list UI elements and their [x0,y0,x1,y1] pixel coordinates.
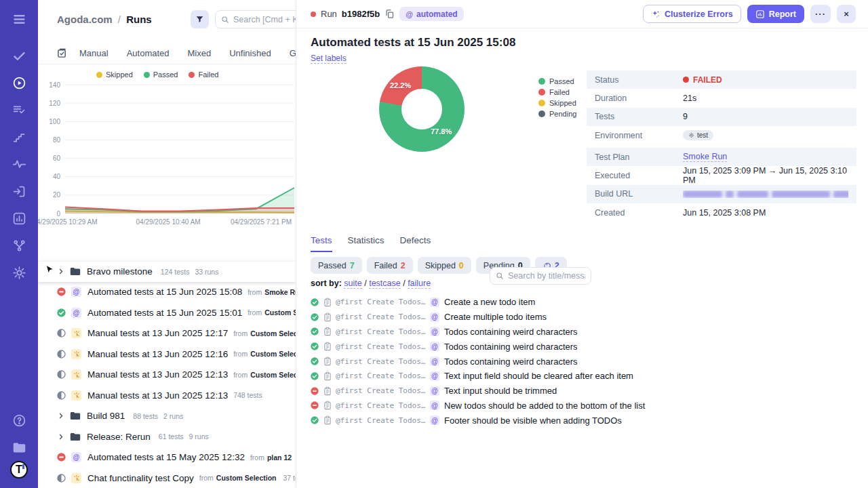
in-progress-icon [57,474,66,483]
svg-text:120: 120 [49,100,60,107]
sidebar-item-analytics[interactable] [0,205,38,232]
test-row[interactable]: @first Create Todos… @ Text input should… [311,384,853,399]
detail-row: Status FAILED [587,70,856,89]
gear-icon [12,266,26,280]
gear-icon [688,132,694,138]
tab-tests[interactable]: Tests [311,235,332,252]
run-folder-row[interactable]: Release: Rerun 61 tests9 runs [38,426,296,447]
run-actions: Clusterize Errors Report ··· × [643,5,856,23]
failed-icon [311,387,319,395]
run-row[interactable]: @ Automated tests at 15 May 2025 12:32fr… [38,447,296,468]
run-label: Run [321,9,337,19]
stairs-icon [12,130,26,144]
runs-list: Bravo milestone 124 tests33 runs @ Autom… [38,261,296,488]
sidebar-item-projects[interactable] [0,434,38,461]
manual-touch-icon [73,392,80,399]
bar-chart-icon [755,9,765,19]
run-row[interactable]: Manual tests at 13 Jun 2025 12:13fromCus… [38,365,296,386]
run-folder-row[interactable]: Bravo milestone 124 tests33 runs [38,261,296,282]
test-row[interactable]: @first Create Todos… @ Todos containing … [311,339,853,354]
sidebar-item-runs[interactable] [0,69,38,96]
activity-icon [12,157,26,171]
test-row[interactable]: @first Create Todos… @ Todos containing … [311,325,853,340]
sidebar-item-pulse[interactable] [0,150,38,178]
sidebar-item-steps[interactable] [0,123,38,150]
legend-item-passed: Passed [144,70,178,79]
filter-failed[interactable]: Failed2 [367,257,413,274]
sort-suite[interactable]: suite [344,279,361,289]
trend-legend: SkippedPassedFailed [96,70,218,79]
select-runs-icon[interactable] [57,48,67,58]
test-plan-link[interactable]: Smoke Run [683,152,727,162]
filter-button[interactable] [191,10,209,28]
legend-item-failed: Failed [189,70,218,79]
runs-search-input[interactable] [233,15,296,24]
tab-statistics[interactable]: Statistics [348,235,384,252]
svg-text:140: 140 [49,81,60,89]
tab-defects[interactable]: Defects [400,235,431,252]
list-check-icon [12,103,26,117]
breadcrumb: Agoda.com / Runs [57,14,152,25]
close-run-button[interactable]: × [837,5,856,23]
run-detail-panel: Run b1982f5b @ automated Clusterize Erro… [296,0,868,488]
filter-passed[interactable]: Passed7 [311,257,362,274]
sidebar-item-checklist[interactable] [0,96,38,123]
sort-testcase[interactable]: testcase [369,279,401,289]
filter-skipped[interactable]: Skipped0 [418,257,471,274]
app-logo[interactable]: T [10,461,28,479]
donut-legend: PassedFailedSkippedPending [538,76,576,119]
tab-manual[interactable]: Manual [79,48,108,58]
tab-mixed[interactable]: Mixed [188,48,212,58]
tab-groups[interactable]: Groups [290,48,296,58]
report-button[interactable]: Report [747,5,804,23]
svg-text:40: 40 [53,173,61,180]
copy-run-id-button[interactable] [384,9,395,19]
donut-failed-percent: 22.2% [390,81,411,89]
runs-search[interactable] [215,10,296,28]
run-row[interactable]: Manual tests at 13 Jun 2025 12:17fromCus… [38,323,296,344]
detail-row: Tests 9 [587,108,856,126]
run-row[interactable]: Chat functinality test CopyfromCustom Se… [38,468,296,488]
tab-unfinished[interactable]: Unfinished [229,48,271,58]
tab-automated[interactable]: Automated [127,48,170,58]
sparkles-icon [651,9,660,19]
sort-failure[interactable]: failure [408,279,431,289]
test-row[interactable]: @first Create Todos… @ Create a new todo… [311,295,853,310]
tests-search[interactable] [490,267,591,285]
chevron-right-icon [57,412,64,420]
test-row[interactable]: @first Create Todos… @ Create multiple t… [311,310,853,325]
svg-text:100: 100 [49,118,60,125]
test-filters: Passed7Failed2Skipped0Pending02 [311,257,567,274]
sidebar-item-branch[interactable] [0,232,38,259]
more-actions-button[interactable]: ··· [810,5,831,23]
test-row[interactable]: @first Create Todos… @ Text input field … [311,369,853,384]
in-progress-icon [57,350,66,359]
run-row[interactable]: Manual tests at 13 Jun 2025 12:16fromCus… [38,344,296,365]
manual-touch-icon [73,350,80,357]
check-icon [12,49,26,63]
donut-legend-pending: Pending [538,108,576,119]
svg-text:20: 20 [53,191,61,199]
run-row[interactable]: Manual tests at 13 Jun 2025 12:13 748 te… [38,385,296,406]
manual-touch-icon [73,474,80,481]
run-row[interactable]: @ Automated tests at 15 Jun 2025 15:01fr… [38,302,296,323]
breadcrumb-project[interactable]: Agoda.com [57,14,113,25]
failed-icon [57,453,66,462]
sidebar-item-help[interactable] [0,407,38,434]
passed-icon [311,327,319,336]
sidebar-item-settings[interactable] [0,259,38,286]
tests-search-input[interactable] [508,271,585,281]
detail-row: Environment test [587,126,856,144]
test-row[interactable]: @first Create Todos… @ Todos containing … [311,354,853,369]
sidebar-item-signin[interactable] [0,178,38,205]
sidebar-item-tasks[interactable] [0,42,38,69]
in-progress-icon [57,391,66,400]
test-row[interactable]: @first Create Todos… @ Footer should be … [311,413,853,428]
run-folder-row[interactable]: Build 981 88 tests2 runs [38,406,296,427]
test-row[interactable]: @first Create Todos… @ New todos should … [311,399,853,413]
clusterize-errors-button[interactable]: Clusterize Errors [643,5,741,23]
breadcrumb-separator: / [115,14,123,25]
set-labels-link[interactable]: Set labels [311,54,347,64]
sidebar-item-menu[interactable] [0,5,38,33]
run-row[interactable]: @ Automated tests at 15 Jun 2025 15:08fr… [38,282,296,303]
